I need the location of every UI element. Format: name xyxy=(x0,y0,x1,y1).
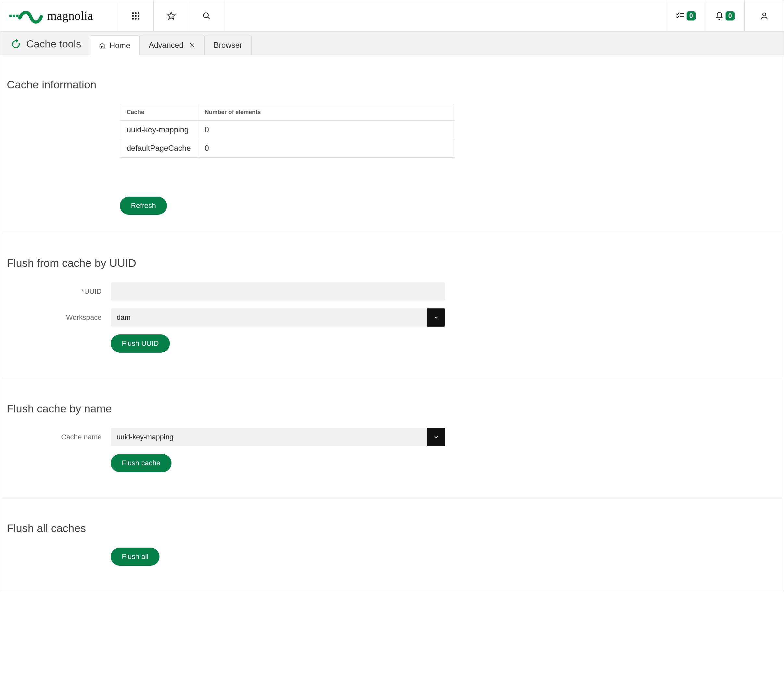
notifications-badge: 0 xyxy=(726,11,735,20)
search-icon[interactable] xyxy=(189,0,224,31)
section-cache-info: Cache information Cache Number of elemen… xyxy=(0,55,784,233)
close-icon[interactable] xyxy=(189,42,195,48)
svg-point-5 xyxy=(135,12,136,14)
home-icon xyxy=(99,42,106,49)
top-header: magnolia 0 0 xyxy=(0,0,784,31)
flush-all-button[interactable]: Flush all xyxy=(111,547,159,566)
svg-point-9 xyxy=(138,15,139,16)
refresh-button[interactable]: Refresh xyxy=(120,196,167,215)
svg-text:magnolia: magnolia xyxy=(47,9,93,22)
svg-marker-13 xyxy=(167,12,175,19)
table-row: uuid-key-mapping 0 xyxy=(120,120,454,139)
svg-point-12 xyxy=(138,18,139,19)
app-title: Cache tools xyxy=(10,38,81,55)
cache-info-title: Cache information xyxy=(7,78,777,91)
flush-uuid-button[interactable]: Flush UUID xyxy=(111,334,170,352)
uuid-input[interactable] xyxy=(111,282,445,301)
section-flush-name: Flush cache by name Cache name uuid-key-… xyxy=(0,379,784,498)
svg-rect-1 xyxy=(12,15,15,17)
svg-point-6 xyxy=(138,12,139,14)
col-cache: Cache xyxy=(120,104,198,120)
svg-rect-2 xyxy=(16,15,19,17)
tab-advanced[interactable]: Advanced xyxy=(139,35,205,55)
tab-home[interactable]: Home xyxy=(90,36,140,55)
magnolia-logo: magnolia xyxy=(0,0,118,31)
flush-all-title: Flush all caches xyxy=(7,522,777,535)
subheader: Cache tools Home Advanced Browser xyxy=(0,31,784,55)
uuid-label: *UUID xyxy=(7,287,111,296)
svg-point-4 xyxy=(132,12,134,14)
app-frame: magnolia 0 0 xyxy=(0,0,784,592)
svg-line-15 xyxy=(207,17,210,19)
tab-browser[interactable]: Browser xyxy=(204,35,252,55)
section-flush-all: Flush all caches Flush all xyxy=(0,498,784,592)
tasks-badge: 0 xyxy=(687,11,696,20)
col-count: Number of elements xyxy=(198,104,454,120)
chevron-down-icon[interactable] xyxy=(427,309,445,327)
tabs: Home Advanced Browser xyxy=(90,35,251,55)
svg-point-8 xyxy=(135,15,136,16)
flush-name-title: Flush cache by name xyxy=(7,402,777,415)
svg-point-10 xyxy=(132,18,134,19)
chevron-down-icon[interactable] xyxy=(427,428,445,446)
apps-icon[interactable] xyxy=(118,0,153,31)
workspace-label: Workspace xyxy=(7,313,111,322)
flush-cache-button[interactable]: Flush cache xyxy=(111,454,171,472)
svg-point-11 xyxy=(135,18,136,19)
workspace-select[interactable]: dam xyxy=(111,309,445,327)
cache-name-label: Cache name xyxy=(7,433,111,441)
svg-point-18 xyxy=(762,12,765,16)
table-row: defaultPageCache 0 xyxy=(120,139,454,157)
user-icon[interactable] xyxy=(745,0,784,31)
favorite-icon[interactable] xyxy=(154,0,189,31)
cache-table: Cache Number of elements uuid-key-mappin… xyxy=(120,104,454,157)
flush-uuid-title: Flush from cache by UUID xyxy=(7,257,777,270)
refresh-icon xyxy=(10,38,22,50)
section-flush-uuid: Flush from cache by UUID *UUID Workspace… xyxy=(0,233,784,379)
svg-rect-0 xyxy=(9,15,12,17)
svg-point-14 xyxy=(203,12,208,17)
magnolia-logo-icon: magnolia xyxy=(9,7,110,25)
content: Cache information Cache Number of elemen… xyxy=(0,55,784,592)
header-right: 0 0 xyxy=(666,0,784,31)
cache-name-select[interactable]: uuid-key-mapping xyxy=(111,428,445,446)
notifications-icon[interactable]: 0 xyxy=(705,0,744,31)
tasks-icon[interactable]: 0 xyxy=(666,0,705,31)
svg-point-7 xyxy=(132,15,134,16)
